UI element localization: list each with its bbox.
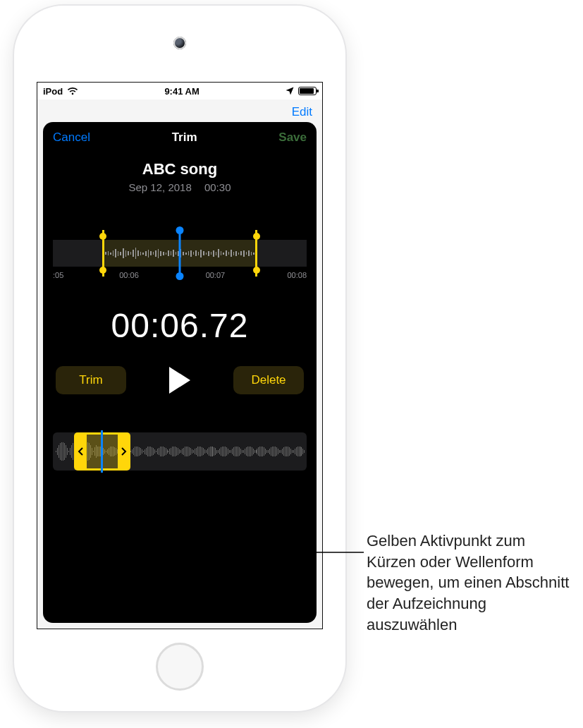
callout-text: Gelben Aktivpunkt zum Kürzen oder Wellen… xyxy=(367,530,571,635)
